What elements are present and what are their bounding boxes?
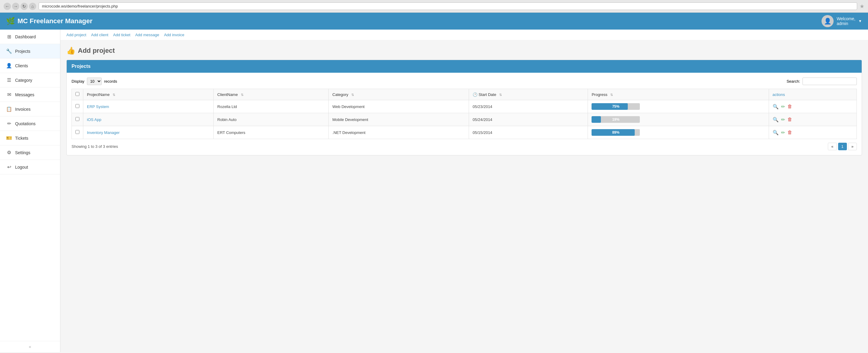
sort-project-name: ⇅: [113, 93, 115, 97]
page-title: 👍 Add project: [66, 46, 862, 55]
view-icon-1[interactable]: 🔍: [773, 117, 779, 123]
progress-label-1: 19%: [592, 116, 640, 123]
refresh-button[interactable]: ↻: [21, 3, 28, 10]
brand-logo: 🌿 MC Freelancer Manager: [6, 17, 92, 25]
view-icon-0[interactable]: 🔍: [773, 104, 779, 109]
row-start-date: 05/15/2014: [469, 126, 588, 139]
row-checkbox-cell: [72, 126, 83, 139]
table-row: Inventory Manager ERT Computers .NET Dev…: [72, 126, 857, 139]
sidebar-label-tickets: Tickets: [15, 136, 28, 140]
sidebar-item-dashboard[interactable]: ⊞ Dashboard: [0, 30, 60, 44]
welcome-info: Welcome, admin: [837, 16, 855, 26]
browser-nav-buttons: ← → ↻ ⌂: [4, 3, 36, 10]
sidebar-collapse-button[interactable]: «: [0, 341, 60, 352]
quick-link-add-client[interactable]: Add client: [91, 33, 108, 37]
content-area: Add project Add client Add ticket Add me…: [60, 30, 868, 352]
edit-icon-2[interactable]: ✏: [781, 130, 785, 135]
row-project-name: Inventory Manager: [83, 126, 214, 139]
edit-icon-1[interactable]: ✏: [781, 117, 785, 123]
home-button[interactable]: ⌂: [29, 3, 36, 10]
col-category[interactable]: Category ⇅: [329, 89, 469, 100]
delete-icon-1[interactable]: 🗑: [787, 117, 792, 122]
col-progress[interactable]: Progress ⇅: [588, 89, 769, 100]
progress-label-0: 75%: [592, 103, 640, 110]
view-icon-2[interactable]: 🔍: [773, 130, 779, 135]
quick-link-add-message[interactable]: Add message: [135, 33, 159, 37]
sidebar-item-tickets[interactable]: 🎫 Tickets: [0, 131, 60, 146]
row-project-name: ERP System: [83, 100, 214, 113]
sidebar-label-dashboard: Dashboard: [15, 34, 36, 39]
project-link-2[interactable]: Inventory Manager: [87, 130, 120, 135]
display-control: Display 10 25 50 records: [71, 77, 117, 85]
search-input[interactable]: [803, 77, 857, 85]
display-label: Display: [71, 79, 85, 84]
sidebar: ⊞ Dashboard 🔧 Projects 👤 Clients ☰ Categ…: [0, 30, 60, 352]
sidebar-label-messages: Messages: [15, 92, 34, 97]
forward-button[interactable]: →: [12, 3, 19, 10]
records-per-page-select[interactable]: 10 25 50: [87, 77, 102, 85]
edit-icon-0[interactable]: ✏: [781, 104, 785, 109]
settings-icon: ⚙: [6, 150, 12, 155]
quick-link-add-ticket[interactable]: Add ticket: [113, 33, 130, 37]
progress-bar-container-2: 89%: [592, 129, 640, 136]
user-dropdown-arrow[interactable]: ▼: [858, 19, 862, 23]
tickets-icon: 🎫: [6, 135, 12, 141]
delete-icon-2[interactable]: 🗑: [787, 130, 792, 135]
delete-icon-0[interactable]: 🗑: [787, 104, 792, 109]
quick-link-add-invoice[interactable]: Add invoice: [164, 33, 184, 37]
sort-progress: ⇅: [610, 93, 613, 97]
col-client-name[interactable]: ClientName ⇅: [214, 89, 329, 100]
bookmark-button[interactable]: ★: [860, 3, 864, 10]
app-wrapper: 🌿 MC Freelancer Manager 👤 Welcome, admin…: [0, 13, 868, 352]
page-title-text: Add project: [78, 47, 115, 55]
collapse-icon: «: [29, 344, 31, 349]
quick-link-add-project[interactable]: Add project: [66, 33, 86, 37]
sidebar-item-quotations[interactable]: ✏ Quotations: [0, 117, 60, 131]
card-title: Projects: [71, 64, 91, 69]
showing-entries: Showing 1 to 3 of 3 entries: [71, 144, 118, 149]
sidebar-item-clients[interactable]: 👤 Clients: [0, 59, 60, 73]
records-label: records: [104, 79, 117, 84]
sidebar-label-projects: Projects: [15, 49, 30, 54]
sidebar-label-quotations: Quotations: [15, 121, 36, 126]
sidebar-item-projects[interactable]: 🔧 Projects: [0, 44, 60, 59]
top-nav: 🌿 MC Freelancer Manager 👤 Welcome, admin…: [0, 13, 868, 30]
action-icons-2: 🔍 ✏ 🗑: [773, 130, 853, 135]
progress-label-2: 89%: [592, 129, 640, 136]
projects-card: Projects Display 10 25 50: [66, 60, 862, 155]
row-actions: 🔍 ✏ 🗑: [769, 126, 857, 139]
address-bar[interactable]: [39, 2, 857, 10]
quotations-icon: ✏: [6, 121, 12, 126]
sort-client-name: ⇅: [241, 93, 244, 97]
sidebar-item-category[interactable]: ☰ Category: [0, 73, 60, 88]
sidebar-item-messages[interactable]: ✉ Messages: [0, 88, 60, 102]
table-controls: Display 10 25 50 records Search:: [71, 77, 857, 85]
col-project-name[interactable]: ProjectName ⇅: [83, 89, 214, 100]
row-checkbox-0[interactable]: [75, 104, 80, 108]
col-start-date[interactable]: 🕐 Start Date ⇅: [469, 89, 588, 100]
page-title-icon: 👍: [66, 46, 75, 55]
next-page-button[interactable]: »: [848, 143, 857, 150]
dashboard-icon: ⊞: [6, 34, 12, 39]
project-link-0[interactable]: ERP System: [87, 104, 109, 109]
row-start-date: 05/23/2014: [469, 100, 588, 113]
quick-actions-bar: Add project Add client Add ticket Add me…: [60, 30, 868, 40]
brand-icon: 🌿: [6, 17, 15, 25]
row-progress: 19%: [588, 113, 769, 126]
prev-page-button[interactable]: «: [828, 143, 837, 150]
sidebar-item-invoices[interactable]: 📋 Invoices: [0, 102, 60, 117]
page-1-button[interactable]: 1: [838, 143, 847, 150]
back-button[interactable]: ←: [4, 3, 11, 10]
row-checkbox-2[interactable]: [75, 130, 80, 134]
category-icon: ☰: [6, 77, 12, 83]
sidebar-item-logout[interactable]: ↩ Logout: [0, 160, 60, 174]
welcome-label: Welcome,: [837, 16, 855, 21]
user-area[interactable]: 👤 Welcome, admin ▼: [822, 15, 862, 27]
sidebar-item-settings[interactable]: ⚙ Settings: [0, 146, 60, 160]
row-category: Web Development: [329, 100, 469, 113]
row-checkbox-1[interactable]: [75, 117, 80, 121]
invoices-icon: 📋: [6, 106, 12, 112]
select-all-checkbox[interactable]: [75, 92, 80, 96]
project-link-1[interactable]: iOS App: [87, 117, 101, 122]
table-header-row: ProjectName ⇅ ClientName ⇅ Category: [72, 89, 857, 100]
